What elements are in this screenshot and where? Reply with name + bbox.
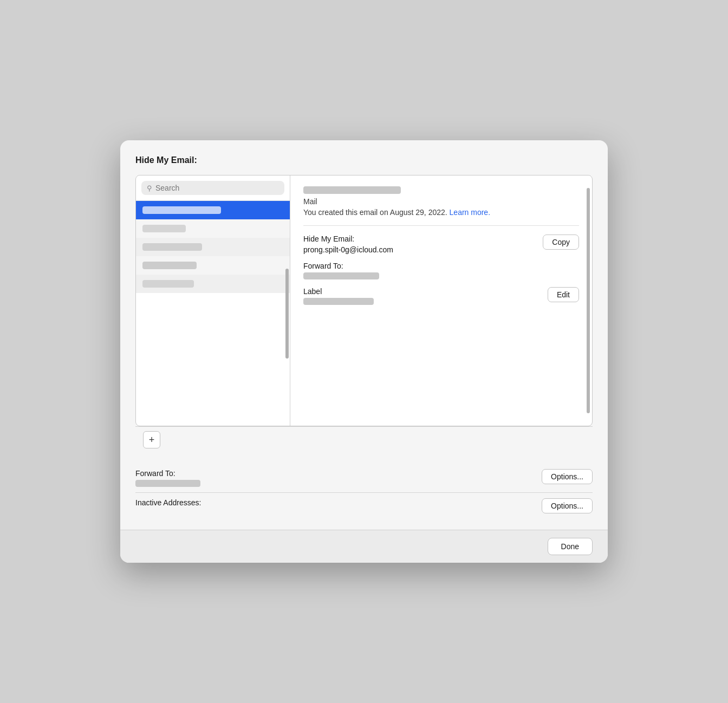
main-panel: ⚲ xyxy=(135,175,593,426)
inactive-options-button[interactable]: Options... xyxy=(542,498,593,513)
list-item[interactable] xyxy=(136,219,290,238)
forward-to-settings-label: Forward To: xyxy=(135,469,542,478)
hide-my-email-dialog: Hide My Email: ⚲ xyxy=(120,140,608,563)
hide-my-email-left: Hide My Email: prong.spilt-0g@icloud.com xyxy=(303,235,543,254)
list-item[interactable] xyxy=(136,238,290,256)
label-left: Label xyxy=(303,287,548,305)
forward-to-row: Forward To: xyxy=(303,262,579,279)
inactive-addresses-label: Inactive Addresses: xyxy=(135,498,542,507)
list-item-label xyxy=(142,280,194,288)
label-value-blurred xyxy=(303,298,374,305)
list-item-label xyxy=(142,243,202,251)
forward-to-settings-row: Forward To: Options... xyxy=(135,464,593,492)
email-list xyxy=(136,201,290,426)
detail-divider xyxy=(303,225,579,226)
inactive-addresses-left: Inactive Addresses: xyxy=(135,498,542,509)
edit-button[interactable]: Edit xyxy=(548,287,579,302)
add-email-button[interactable]: + xyxy=(143,431,160,448)
hide-my-email-row: Hide My Email: prong.spilt-0g@icloud.com… xyxy=(303,235,579,254)
sidebar-scroll-wrapper xyxy=(136,201,290,426)
list-item-label xyxy=(142,262,197,269)
inactive-addresses-row: Inactive Addresses: Options... xyxy=(135,493,593,519)
forward-to-settings-value-blurred xyxy=(135,480,200,487)
forward-options-button[interactable]: Options... xyxy=(542,469,593,484)
search-field-wrapper[interactable]: ⚲ xyxy=(141,181,284,195)
search-icon: ⚲ xyxy=(147,184,152,192)
dialog-title: Hide My Email: xyxy=(135,155,593,165)
copy-button[interactable]: Copy xyxy=(543,235,579,250)
learn-more-link[interactable]: Learn more. xyxy=(450,208,490,217)
label-row: Label Edit xyxy=(303,287,579,305)
hide-my-email-value: prong.spilt-0g@icloud.com xyxy=(303,245,543,254)
sidebar: ⚲ xyxy=(136,175,290,426)
list-item[interactable] xyxy=(136,256,290,275)
created-text-content: You created this email on August 29, 202… xyxy=(303,208,447,217)
forward-to-label: Forward To: xyxy=(303,262,579,270)
detail-scrollbar xyxy=(587,188,590,413)
done-button[interactable]: Done xyxy=(548,538,593,555)
sidebar-scrollbar xyxy=(285,269,289,359)
list-item[interactable] xyxy=(136,201,290,219)
detail-app-label: Mail xyxy=(303,197,579,206)
detail-created-text: You created this email on August 29, 202… xyxy=(303,208,579,217)
hide-my-email-label: Hide My Email: xyxy=(303,235,543,243)
search-input[interactable] xyxy=(155,184,279,192)
forward-to-value-blurred xyxy=(303,272,379,279)
dialog-footer: Done xyxy=(120,530,608,563)
label-section-label: Label xyxy=(303,287,548,296)
forward-to-left: Forward To: xyxy=(303,262,579,279)
list-item[interactable] xyxy=(136,275,290,293)
list-item-label xyxy=(142,225,186,232)
settings-section: Forward To: Options... Inactive Addresse… xyxy=(135,453,593,519)
detail-panel: Mail You created this email on August 29… xyxy=(290,175,592,426)
list-item-label xyxy=(142,206,221,214)
add-button-row: + xyxy=(135,426,593,453)
forward-to-settings-left: Forward To: xyxy=(135,469,542,487)
search-bar-wrapper: ⚲ xyxy=(136,175,290,201)
detail-email-blurred xyxy=(303,186,401,194)
